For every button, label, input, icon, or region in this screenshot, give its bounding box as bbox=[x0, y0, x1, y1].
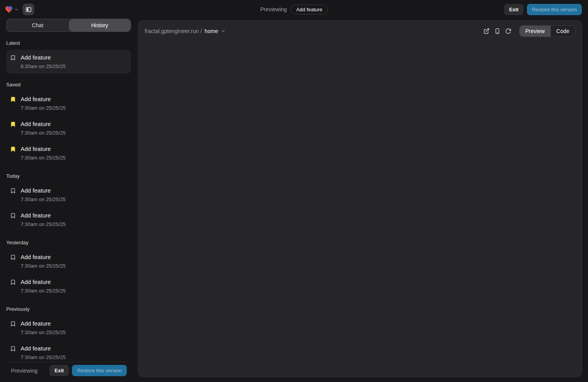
history-item-title: Add feature bbox=[21, 187, 66, 194]
app-logo-menu[interactable] bbox=[5, 5, 19, 14]
sidebar-tabs: ChatHistory bbox=[6, 19, 131, 32]
section-title: Today bbox=[6, 173, 131, 179]
history-item-timestamp: 7:30am on 25/25/25 bbox=[21, 130, 66, 136]
preview-toolbar-actions: PreviewCode bbox=[481, 25, 576, 37]
bookmark-filled-icon bbox=[10, 96, 16, 102]
bookmark-outline-icon bbox=[10, 321, 16, 327]
history-item-title: Add feature bbox=[21, 254, 66, 260]
history-list: LatestAdd feature8:30am on 25/25/25Saved… bbox=[6, 32, 131, 362]
topbar-center: Previewing Add feature bbox=[260, 0, 328, 19]
history-item-title: Add feature bbox=[21, 145, 66, 152]
history-item[interactable]: Add feature7:30am on 25/25/25 bbox=[6, 249, 131, 273]
restore-version-button[interactable]: Restore this version bbox=[527, 4, 582, 15]
exit-button[interactable]: Exit bbox=[504, 4, 523, 15]
bookmark-outline-icon bbox=[10, 254, 16, 260]
panel-left-icon bbox=[25, 6, 32, 13]
section-title: Latest bbox=[6, 40, 131, 46]
footer-exit-button[interactable]: Exit bbox=[49, 365, 69, 376]
topbar-right: Exit Restore this version bbox=[504, 4, 582, 15]
history-item[interactable]: Add feature8:30am on 25/25/25 bbox=[6, 50, 131, 74]
topbar: Previewing Add feature Exit Restore this… bbox=[0, 0, 588, 19]
view-tab-code[interactable]: Code bbox=[551, 26, 575, 37]
history-item-title: Add feature bbox=[21, 345, 66, 352]
history-item[interactable]: Add feature7:30am on 25/25/25 bbox=[6, 116, 131, 140]
history-item[interactable]: Add feature7:30am on 25/25/25 bbox=[6, 208, 131, 231]
history-item-title: Add feature bbox=[21, 279, 66, 285]
history-item[interactable]: Add feature7:30am on 25/25/25 bbox=[6, 274, 131, 298]
history-item[interactable]: Add feature7:30am on 25/25/25 bbox=[6, 341, 131, 362]
view-tab-preview[interactable]: Preview bbox=[520, 26, 551, 37]
mobile-icon bbox=[494, 28, 500, 34]
url-page: home bbox=[205, 28, 218, 34]
bookmark-filled-icon bbox=[10, 146, 16, 152]
url-host: fractal.gptengineer.run / bbox=[145, 28, 202, 34]
history-item[interactable]: Add feature7:30am on 25/25/25 bbox=[6, 91, 131, 115]
history-item[interactable]: Add feature7:30am on 25/25/25 bbox=[6, 141, 131, 165]
preview-toolbar: fractal.gptengineer.run / home bbox=[138, 21, 582, 42]
bookmark-outline-icon bbox=[10, 188, 16, 194]
preview-panel: fractal.gptengineer.run / home bbox=[138, 20, 582, 377]
history-item-timestamp: 8:30am on 25/25/25 bbox=[21, 63, 66, 69]
history-item[interactable]: Add feature7:30am on 25/25/25 bbox=[6, 316, 131, 340]
topbar-left bbox=[5, 4, 34, 15]
footer-restore-version-button[interactable]: Restore this version bbox=[72, 365, 127, 376]
history-sidebar: ChatHistory LatestAdd feature8:30am on 2… bbox=[6, 19, 131, 382]
bookmark-outline-icon bbox=[10, 279, 16, 285]
bookmark-filled-icon bbox=[10, 121, 16, 127]
section-title: Yesterday bbox=[6, 240, 131, 245]
history-item-timestamp: 7:30am on 25/25/25 bbox=[21, 221, 66, 227]
history-item-timestamp: 7:30am on 25/25/25 bbox=[21, 329, 66, 335]
history-item[interactable]: Add feature7:30am on 25/25/25 bbox=[6, 183, 131, 207]
sidebar-toggle-button[interactable] bbox=[23, 4, 34, 15]
tab-history[interactable]: History bbox=[69, 19, 131, 32]
history-item-title: Add feature bbox=[21, 54, 66, 61]
heart-logo-icon bbox=[5, 5, 13, 14]
history-item-title: Add feature bbox=[21, 121, 66, 127]
preview-content bbox=[138, 42, 582, 377]
tab-chat[interactable]: Chat bbox=[7, 19, 69, 32]
previewing-label: Previewing bbox=[260, 6, 287, 12]
chevron-down-icon bbox=[221, 29, 226, 33]
history-item-timestamp: 7:30am on 25/25/25 bbox=[21, 105, 66, 111]
bookmark-outline-icon bbox=[10, 346, 16, 352]
section-title: Saved bbox=[6, 82, 131, 88]
history-item-title: Add feature bbox=[21, 320, 66, 327]
open-external-button[interactable] bbox=[481, 26, 492, 37]
history-item-timestamp: 7:30am on 25/25/25 bbox=[21, 354, 66, 360]
history-item-title: Add feature bbox=[21, 96, 66, 102]
section-title: Previously bbox=[6, 306, 131, 312]
history-item-timestamp: 7:30am on 25/25/25 bbox=[21, 288, 66, 294]
refresh-icon bbox=[505, 28, 511, 34]
url-selector[interactable]: fractal.gptengineer.run / home bbox=[145, 28, 226, 34]
footer-previewing-label: Previewing bbox=[11, 368, 37, 374]
history-item-title: Add feature bbox=[21, 212, 66, 219]
version-pill[interactable]: Add feature bbox=[291, 5, 328, 14]
mobile-view-button[interactable] bbox=[492, 26, 503, 37]
bookmark-outline-icon bbox=[10, 55, 16, 61]
sidebar-footer: Previewing Exit Restore this version bbox=[6, 362, 131, 382]
history-item-timestamp: 7:30am on 25/25/25 bbox=[21, 196, 66, 202]
history-item-timestamp: 7:30am on 25/25/25 bbox=[21, 155, 66, 161]
chevron-down-icon bbox=[14, 7, 19, 12]
history-item-timestamp: 7:30am on 25/25/25 bbox=[21, 263, 66, 269]
external-link-icon bbox=[483, 28, 490, 34]
refresh-button[interactable] bbox=[503, 26, 514, 37]
bookmark-outline-icon bbox=[10, 213, 16, 219]
view-mode-switcher: PreviewCode bbox=[519, 25, 576, 37]
